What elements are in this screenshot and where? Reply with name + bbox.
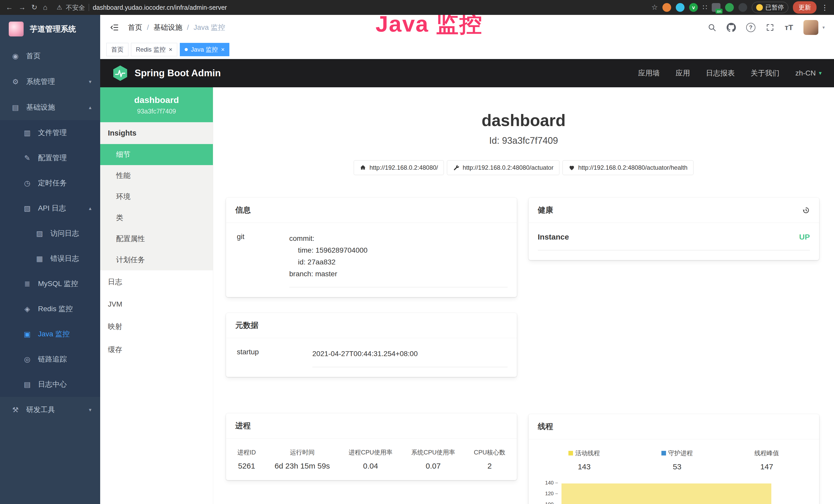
stat-system-cpu: 系统CPU使用率 0.07	[411, 448, 455, 471]
browser-home-icon[interactable]: ⌂	[43, 4, 47, 11]
close-icon[interactable]: ×	[221, 46, 224, 53]
sba-nav-applications[interactable]: 应用	[676, 68, 690, 78]
sidebar-item-access-logs[interactable]: ▨ 访问日志	[0, 221, 100, 246]
font-size-icon[interactable]: тT	[785, 23, 793, 32]
sidebar-item-label: 链路追踪	[38, 354, 67, 364]
sba-nav: 应用墙 应用 日志报表 关于我们 zh-CN ▾	[638, 68, 822, 78]
tab-java-monitor[interactable]: Java 监控 ×	[180, 43, 229, 56]
sba-item-jvm[interactable]: JVM	[100, 294, 213, 315]
breadcrumb-separator: /	[187, 23, 189, 31]
sidebar-item-files[interactable]: ▥ 文件管理	[0, 120, 100, 145]
service-url-button[interactable]: http://192.168.0.2:48080/	[354, 160, 444, 175]
caret-down-icon[interactable]: ▾	[822, 25, 825, 30]
v-extension-icon[interactable]: v	[689, 3, 698, 12]
sba-item-caches[interactable]: 缓存	[100, 338, 213, 361]
leaf-extension-icon[interactable]	[725, 3, 734, 12]
sidebar-item-dev-tools[interactable]: ⚒ 研发工具 ▾	[0, 397, 100, 422]
url-text[interactable]: dashboard.yudao.iocoder.cn/infra/admin-s…	[93, 4, 227, 11]
sba-item-logs[interactable]: 日志	[100, 270, 213, 294]
search-icon[interactable]	[708, 23, 716, 32]
health-url-button[interactable]: http://192.168.0.2:48080/actuator/health	[563, 160, 694, 175]
sidebar-item-home[interactable]: ◉ 首页	[0, 43, 100, 69]
sba-item-mappings[interactable]: 映射	[100, 315, 213, 338]
stat-cpu-cores: CPU核心数 2	[474, 448, 505, 471]
locale-selector[interactable]: zh-CN ▾	[795, 69, 822, 77]
sba-item-config-props[interactable]: 配置属性	[100, 228, 213, 249]
sidebar-item-mysql-monitor[interactable]: ≣ MySQL 监控	[0, 271, 100, 296]
user-avatar[interactable]	[804, 20, 818, 35]
kebab-menu-icon[interactable]: ⋮	[821, 3, 828, 12]
infrastructure-icon: ▤	[11, 103, 20, 112]
sba-item-metrics[interactable]: 性能	[100, 165, 213, 186]
sba-nav-journal[interactable]: 日志报表	[706, 68, 735, 78]
main-menu: ◉ 首页 ⚙ 系统管理 ▾ ▤ 基础设施 ▴ ▥ 文件管理 ✎ 配置管理 ◷ 定…	[0, 43, 100, 422]
sba-item-environment[interactable]: 环境	[100, 186, 213, 207]
wrench-icon	[453, 164, 460, 171]
sidebar-collapse-icon[interactable]	[109, 23, 120, 32]
switch-extension-icon[interactable]: on	[712, 3, 721, 12]
sidebar-item-infra[interactable]: ▤ 基础设施 ▴	[0, 94, 100, 120]
health-url: http://192.168.0.2:48080/actuator/health	[578, 164, 687, 171]
actuator-url-button[interactable]: http://192.168.0.2:48080/actuator	[447, 160, 559, 175]
home-icon	[359, 164, 366, 171]
health-card-title: 健康	[538, 205, 553, 215]
sidebar-item-api-logs[interactable]: ▧ API 日志 ▴	[0, 196, 100, 221]
github-icon[interactable]	[727, 23, 736, 32]
sba-nav-about[interactable]: 关于我们	[751, 68, 780, 78]
puzzle-extension-icon[interactable]	[739, 3, 747, 12]
legend-square-yellow	[568, 451, 573, 456]
sidebar-item-log-center[interactable]: ▤ 日志中心	[0, 372, 100, 397]
log-center-icon: ▤	[23, 380, 32, 389]
sidebar-item-scheduled-jobs[interactable]: ◷ 定时任务	[0, 170, 100, 196]
sidebar-item-label: 文件管理	[38, 128, 67, 138]
refresh-icon[interactable]: ↻	[31, 4, 37, 11]
sba-app-header[interactable]: dashboard 93a3fc7f7409	[100, 87, 213, 122]
bookmark-star-icon[interactable]: ☆	[651, 4, 658, 11]
sidebar-item-redis-monitor[interactable]: ◈ Redis 监控	[0, 296, 100, 321]
sba-nav-wall[interactable]: 应用墙	[638, 68, 660, 78]
sba-brand-title[interactable]: Spring Boot Admin	[135, 68, 221, 78]
sba-item-scheduled-tasks[interactable]: 计划任务	[100, 249, 213, 270]
tab-home[interactable]: 首页	[106, 43, 128, 56]
fullscreen-icon[interactable]	[766, 23, 774, 32]
stat-label: 运行时间	[275, 448, 330, 457]
fox-extension-icon[interactable]	[662, 3, 671, 12]
metadata-row-value: 2021-04-27T00:44:31.254+08:00	[312, 348, 507, 367]
forward-icon[interactable]: →	[19, 4, 26, 11]
history-icon[interactable]	[802, 206, 810, 214]
sidebar-item-label: 错误日志	[50, 254, 79, 264]
update-button[interactable]: 更新	[793, 1, 816, 14]
help-icon[interactable]: ?	[746, 23, 755, 32]
breadcrumb-infra[interactable]: 基础设施	[154, 23, 182, 32]
sba-item-details[interactable]: 细节	[100, 144, 213, 165]
legend-text: 守护进程	[668, 449, 693, 457]
app-logo-row[interactable]: 芋道管理系统	[0, 15, 100, 43]
git-commit-line: commit:	[289, 233, 507, 245]
breadcrumb-home[interactable]: 首页	[128, 23, 142, 32]
stat-value: 2	[474, 462, 505, 471]
grid-extension-icon[interactable]: ∷	[702, 3, 707, 12]
actuator-url: http://192.168.0.2:48080/actuator	[463, 164, 553, 171]
security-label[interactable]: 不安全	[66, 3, 85, 12]
address-bar[interactable]: ⚠ 不安全 dashboard.yudao.iocoder.cn/infra/a…	[57, 3, 227, 12]
sidebar-item-error-logs[interactable]: ▦ 错误日志	[0, 246, 100, 271]
chevron-down-icon: ▾	[89, 407, 91, 413]
tick-mark	[555, 494, 558, 494]
sidebar-item-config[interactable]: ✎ 配置管理	[0, 145, 100, 170]
on-badge: on	[716, 9, 723, 14]
sidebar-item-tracing[interactable]: ◎ 链路追踪	[0, 347, 100, 372]
sidebar-item-java-monitor[interactable]: ▣ Java 监控	[0, 321, 100, 347]
paused-badge[interactable]: 已暂停	[752, 2, 788, 13]
close-icon[interactable]: ×	[169, 46, 172, 53]
back-icon[interactable]: ←	[6, 4, 13, 11]
sidebar-item-system[interactable]: ⚙ 系统管理 ▾	[0, 69, 100, 94]
git-branch-line: branch: master	[289, 268, 507, 280]
tags-view-bar: 首页 Redis 监控 × Java 监控 ×	[100, 40, 834, 59]
tab-redis-monitor[interactable]: Redis 监控 ×	[131, 43, 177, 56]
legend-value: 53	[661, 462, 693, 471]
browser-chrome: ← → ↻ ⌂ ⚠ 不安全 dashboard.yudao.iocoder.cn…	[0, 0, 834, 15]
sba-item-classes[interactable]: 类	[100, 207, 213, 228]
health-instance-row: Instance UP	[538, 233, 810, 250]
drop-extension-icon[interactable]	[676, 3, 684, 12]
sba-content: dashboard Id: 93a3fc7f7409 http://192.16…	[213, 87, 834, 504]
